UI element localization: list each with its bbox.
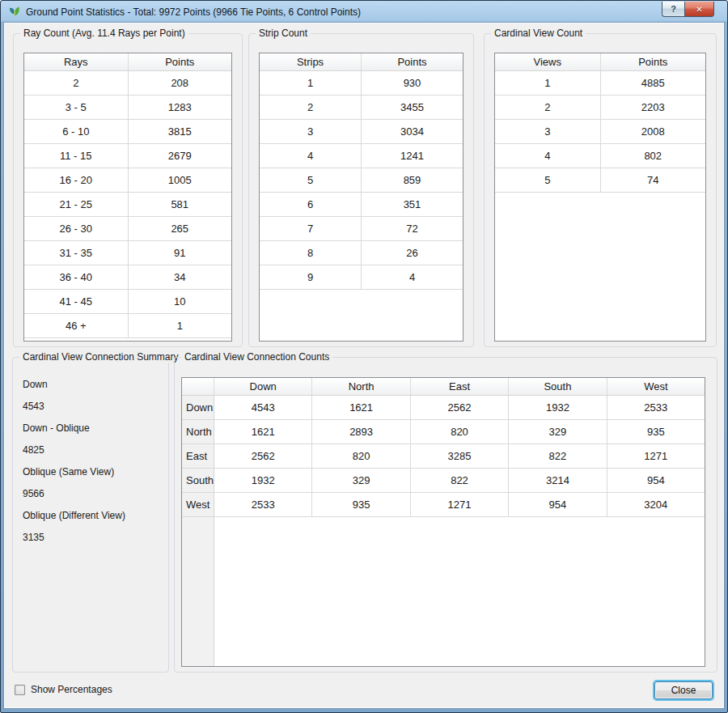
connection-counts-cell[interactable]: 1271 xyxy=(607,444,705,468)
connection-counts-cell[interactable]: 329 xyxy=(509,420,607,444)
strip-count-row: 41241 xyxy=(260,144,463,168)
ray-count-cell[interactable]: 21 - 25 xyxy=(24,193,129,216)
ray-count-cell[interactable]: 10 xyxy=(129,290,232,313)
strip-count-table: StripsPoints1930234553303441241585963517… xyxy=(259,53,463,342)
close-window-button[interactable]: ✕ xyxy=(684,2,714,17)
help-button[interactable]: ? xyxy=(662,2,684,17)
strip-count-cell[interactable]: 26 xyxy=(362,241,463,265)
ray-count-cell[interactable]: 1283 xyxy=(129,95,232,119)
connection-counts-cell[interactable]: 2533 xyxy=(607,396,705,419)
strip-count-cell[interactable]: 72 xyxy=(362,217,463,240)
ray-count-cell[interactable]: 265 xyxy=(129,217,232,240)
connection-counts-cell[interactable]: 4543 xyxy=(214,396,312,419)
strip-count-cell[interactable]: 1241 xyxy=(362,144,463,168)
cardinal-view-count-cell[interactable]: 74 xyxy=(601,168,706,192)
connection-counts-row: South19323298223214954 xyxy=(182,469,705,493)
strip-count-cell[interactable]: 930 xyxy=(362,71,463,95)
ray-count-cell[interactable]: 3 - 5 xyxy=(24,95,129,119)
connection-counts-cell[interactable]: 935 xyxy=(312,493,410,516)
strip-count-cell[interactable]: 5 xyxy=(260,168,362,192)
ray-count-cell[interactable]: 6 - 10 xyxy=(24,120,129,143)
strip-count-cell[interactable]: 3455 xyxy=(362,95,463,119)
ray-count-cell[interactable]: 36 - 40 xyxy=(24,265,129,289)
strip-count-cell[interactable]: 859 xyxy=(362,168,463,192)
ray-count-cell[interactable]: 3815 xyxy=(129,120,232,143)
ray-count-header-row: RaysPoints xyxy=(24,53,231,71)
cardinal-view-count-cell[interactable]: 1 xyxy=(495,71,601,95)
show-percentages-checkbox[interactable] xyxy=(15,685,25,695)
ray-count-cell[interactable]: 46 + xyxy=(24,314,129,337)
cardinal-view-count-table: ViewsPoints1488522203320084802574 xyxy=(494,53,706,342)
cardinal-view-count-cell[interactable]: 4 xyxy=(495,144,601,168)
cardinal-view-count-cell[interactable]: 4885 xyxy=(601,71,706,95)
cardinal-view-count-group-title: Cardinal View Count xyxy=(491,28,586,40)
strip-count-cell[interactable]: 3 xyxy=(260,120,362,143)
ray-count-cell[interactable]: 91 xyxy=(129,241,232,265)
connection-counts-cell[interactable]: 820 xyxy=(411,420,509,444)
connection-counts-cell[interactable]: 2893 xyxy=(312,420,410,444)
dialog-body: Ray Count (Avg. 11.4 Rays per Point) Ray… xyxy=(4,23,724,708)
connection-counts-cell[interactable]: 3285 xyxy=(411,444,509,468)
strip-count-column-header: Points xyxy=(362,53,463,70)
titlebar[interactable]: Ground Point Statistics - Total: 9972 Po… xyxy=(1,1,727,23)
connection-counts-cell[interactable]: 2533 xyxy=(214,493,312,516)
close-button[interactable]: Close xyxy=(654,681,713,699)
connection-counts-cell[interactable]: 954 xyxy=(607,469,705,492)
strip-count-cell[interactable]: 4 xyxy=(260,144,362,168)
strip-count-row: 94 xyxy=(260,265,463,290)
strip-count-cell[interactable]: 2 xyxy=(260,95,362,119)
connection-counts-cell[interactable]: 822 xyxy=(411,469,509,492)
strip-count-cell[interactable]: 8 xyxy=(260,241,362,265)
connection-counts-cell[interactable]: 1932 xyxy=(214,469,312,492)
connection-counts-table: DownNorthEastSouthWestDown45431621256219… xyxy=(181,377,705,667)
cardinal-view-count-cell[interactable]: 802 xyxy=(601,144,706,168)
ray-count-cell[interactable]: 2679 xyxy=(129,144,232,168)
strip-count-cell[interactable]: 6 xyxy=(260,193,362,216)
strip-count-cell[interactable]: 7 xyxy=(260,217,362,240)
cardinal-view-count-cell[interactable]: 2 xyxy=(495,95,601,119)
ray-count-cell[interactable]: 1 xyxy=(129,314,232,337)
cardinal-view-count-cell[interactable]: 5 xyxy=(495,168,601,192)
strip-count-cell[interactable]: 1 xyxy=(260,71,362,95)
connection-counts-cell[interactable]: 3204 xyxy=(607,493,705,516)
ray-count-cell[interactable]: 31 - 35 xyxy=(24,241,129,265)
strip-count-cell[interactable]: 9 xyxy=(260,265,362,289)
connection-counts-cell[interactable]: 954 xyxy=(509,493,607,516)
ray-count-cell[interactable]: 581 xyxy=(129,193,232,216)
connection-counts-cell[interactable]: 822 xyxy=(509,444,607,468)
strip-count-row: 772 xyxy=(260,217,463,241)
ray-count-cell[interactable]: 2 xyxy=(24,71,129,95)
show-percentages-label[interactable]: Show Percentages xyxy=(31,684,112,695)
ray-count-cell[interactable]: 26 - 30 xyxy=(24,217,129,240)
cardinal-view-count-cell[interactable]: 2008 xyxy=(601,120,706,143)
connection-counts-cell[interactable]: 1271 xyxy=(411,493,509,516)
ray-count-cell[interactable]: 16 - 20 xyxy=(24,168,129,192)
connection-counts-cell[interactable]: 1621 xyxy=(214,420,312,444)
connection-counts-row-header: West xyxy=(182,493,214,516)
ray-count-cell[interactable]: 34 xyxy=(129,265,232,289)
cardinal-view-count-cell[interactable]: 2203 xyxy=(601,95,706,119)
ray-count-group: Ray Count (Avg. 11.4 Rays per Point) Ray… xyxy=(13,33,243,347)
connection-counts-cell[interactable]: 2562 xyxy=(411,396,509,419)
connection-counts-cell[interactable]: 1932 xyxy=(509,396,607,419)
strip-count-cell[interactable]: 351 xyxy=(362,193,463,216)
cardinal-view-count-column-header: Points xyxy=(601,53,706,70)
connection-counts-row: Down45431621256219322533 xyxy=(182,396,705,420)
ray-count-cell[interactable]: 1005 xyxy=(129,168,232,192)
connection-summary-label: Down xyxy=(23,374,163,396)
cardinal-view-count-cell[interactable]: 3 xyxy=(495,120,601,143)
strip-count-cell[interactable]: 3034 xyxy=(362,120,463,143)
ray-count-cell[interactable]: 41 - 45 xyxy=(24,290,129,313)
connection-counts-cell[interactable]: 935 xyxy=(607,420,705,444)
connection-summary-value: 4825 xyxy=(23,439,163,461)
connection-counts-cell[interactable]: 1621 xyxy=(312,396,410,419)
strip-count-cell[interactable]: 4 xyxy=(362,265,463,289)
connection-counts-cell[interactable]: 2562 xyxy=(214,444,312,468)
connection-counts-cell[interactable]: 329 xyxy=(312,469,410,492)
ray-count-row: 21 - 25581 xyxy=(24,193,231,217)
ray-count-cell[interactable]: 11 - 15 xyxy=(24,144,129,168)
connection-counts-cell[interactable]: 820 xyxy=(312,444,410,468)
ray-count-column-header: Points xyxy=(129,53,232,70)
connection-counts-cell[interactable]: 3214 xyxy=(509,469,607,492)
ray-count-cell[interactable]: 208 xyxy=(129,71,232,95)
